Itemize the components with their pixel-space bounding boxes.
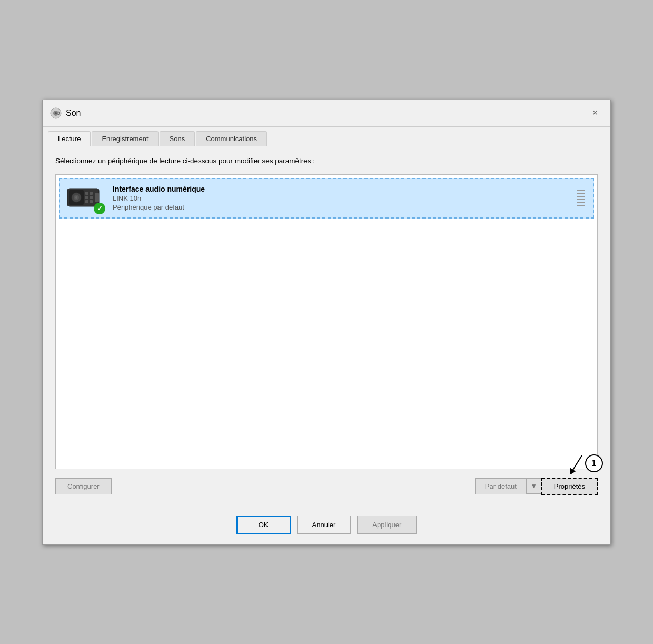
device-sub1: LINK 10n <box>113 194 577 202</box>
svg-rect-10 <box>90 200 93 203</box>
proprietes-wrapper: 1 Propriétés <box>541 478 598 495</box>
device-item[interactable]: ✓ Interface audio numérique LINK 10n Pér… <box>59 178 594 219</box>
svg-line-15 <box>571 455 582 472</box>
bottom-button-bar: OK Annuler Appliquer <box>43 506 610 544</box>
annotation-arrow <box>566 453 587 474</box>
button-bar: Configurer Par défaut ▼ 1 <box>55 478 598 495</box>
annuler-button[interactable]: Annuler <box>297 516 351 534</box>
title-bar-left: Son <box>50 107 81 119</box>
appliquer-button[interactable]: Appliquer <box>357 516 417 534</box>
speaker-icon <box>50 107 62 119</box>
svg-rect-7 <box>85 196 88 199</box>
default-check-badge: ✓ <box>94 203 105 214</box>
svg-rect-8 <box>90 196 93 199</box>
device-sub2: Périphérique par défaut <box>113 203 577 211</box>
svg-rect-14 <box>95 193 99 202</box>
tab-sons[interactable]: Sons <box>160 131 195 146</box>
svg-rect-6 <box>90 192 93 195</box>
close-button[interactable]: × <box>587 105 603 121</box>
tab-communications[interactable]: Communications <box>196 131 267 146</box>
device-name: Interface audio numérique <box>113 185 577 193</box>
svg-rect-5 <box>85 192 88 195</box>
main-window: Son × Lecture Enregistrement Sons Commun… <box>42 100 611 545</box>
device-icon-wrapper: ✓ <box>66 184 103 212</box>
ok-button[interactable]: OK <box>236 516 291 534</box>
configurer-button[interactable]: Configurer <box>55 478 112 494</box>
svg-point-2 <box>55 112 57 114</box>
window-title: Son <box>66 108 81 118</box>
device-list[interactable]: ✓ Interface audio numérique LINK 10n Pér… <box>55 174 598 469</box>
par-defaut-button[interactable]: Par défaut <box>475 478 526 494</box>
svg-rect-9 <box>85 200 88 203</box>
annotation-number: 1 <box>585 454 603 472</box>
device-info: Interface audio numérique LINK 10n Périp… <box>113 185 577 211</box>
device-item-scrollbar-hint <box>577 190 587 206</box>
content-area: Sélectionnez un périphérique de lecture … <box>43 146 610 506</box>
svg-point-13 <box>75 196 77 199</box>
par-defaut-dropdown-button[interactable]: ▼ <box>526 478 541 494</box>
instruction-text: Sélectionnez un périphérique de lecture … <box>55 157 598 165</box>
proprietes-button[interactable]: Propriétés <box>541 478 598 495</box>
right-button-group: Par défaut ▼ 1 Propriété <box>475 478 598 495</box>
tab-bar: Lecture Enregistrement Sons Communicatio… <box>43 127 610 146</box>
title-bar: Son × <box>43 100 610 127</box>
tab-lecture[interactable]: Lecture <box>48 131 91 146</box>
tab-enregistrement[interactable]: Enregistrement <box>92 131 158 146</box>
